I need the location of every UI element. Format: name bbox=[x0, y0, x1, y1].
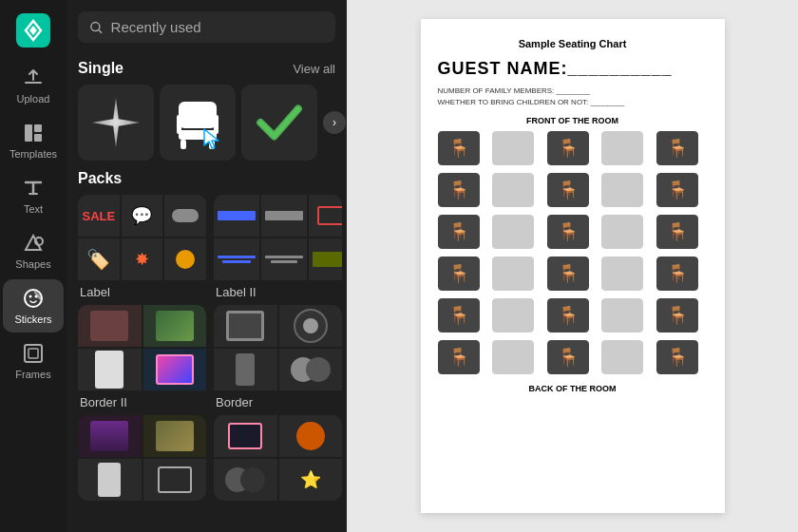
seat-1-1: 🪑 bbox=[438, 131, 480, 165]
seat-row-2: 🪑 🪑 🪑 bbox=[438, 173, 708, 207]
pack-border[interactable]: Border bbox=[214, 305, 342, 409]
pack-label-grid: SALE 💬 🏷️ ✸ bbox=[78, 195, 206, 280]
stickers-icon bbox=[22, 287, 45, 310]
document-preview: Sample Seating Chart GUEST NAME:________… bbox=[347, 0, 798, 532]
svg-rect-3 bbox=[34, 124, 42, 132]
search-input[interactable] bbox=[111, 19, 324, 35]
seat-1-2 bbox=[492, 131, 534, 165]
border2-cell-4 bbox=[279, 349, 343, 390]
extra1-cell-1 bbox=[78, 415, 142, 457]
pack-cell-2: 💬 bbox=[122, 195, 163, 237]
pack-extra1-grid bbox=[78, 415, 206, 501]
sidebar-item-shapes[interactable]: Shapes bbox=[3, 224, 64, 277]
pack-cell2-2 bbox=[261, 195, 307, 237]
svg-rect-10 bbox=[28, 349, 38, 358]
svg-point-8 bbox=[35, 295, 38, 298]
seat-4-4 bbox=[601, 256, 643, 291]
doc-field2: WHETHER TO BRING CHILDREN OR NOT: ______… bbox=[438, 98, 708, 106]
seat-2-2 bbox=[492, 173, 534, 207]
svg-rect-1 bbox=[25, 82, 42, 84]
seat-6-2 bbox=[492, 340, 534, 374]
pack-row-1: SALE 💬 🏷️ ✸ Label bbox=[78, 195, 335, 299]
seat-3-5: 🪑 bbox=[656, 215, 698, 249]
pack-cell2-1 bbox=[214, 195, 259, 237]
seat-6-5: 🪑 bbox=[656, 340, 698, 374]
single-section-header: Single View all bbox=[78, 60, 335, 77]
pack-label-text: Label bbox=[78, 285, 206, 299]
pack-extra1[interactable] bbox=[78, 415, 206, 501]
svg-rect-16 bbox=[177, 115, 181, 134]
packs-section-title: Packs bbox=[78, 170, 122, 187]
sticker-chair[interactable] bbox=[160, 85, 236, 161]
border-cell-3 bbox=[78, 349, 142, 390]
border-cell-2 bbox=[143, 305, 207, 347]
seat-2-1: 🪑 bbox=[438, 173, 480, 207]
pack-extra2[interactable]: ⭐ bbox=[214, 415, 342, 501]
sticker-check[interactable] bbox=[241, 85, 317, 161]
seat-5-5: 🪑 bbox=[656, 298, 698, 332]
seat-grid-container: 🪑 🪑 🪑 🪑 🪑 🪑 🪑 🪑 🪑 bbox=[438, 131, 708, 378]
sidebar-item-templates-label: Templates bbox=[10, 148, 57, 160]
upload-icon bbox=[22, 66, 45, 89]
sidebar-item-text[interactable]: Text bbox=[3, 169, 64, 222]
sidebar-item-frames[interactable]: Frames bbox=[3, 334, 64, 388]
pack-cell-1: SALE bbox=[78, 195, 120, 237]
doc-front-label: FRONT OF THE ROOM bbox=[438, 116, 708, 125]
sticker-star[interactable] bbox=[78, 85, 154, 161]
sidebar-item-stickers-label: Stickers bbox=[14, 314, 51, 325]
single-sticker-row: › bbox=[78, 85, 335, 161]
stickers-panel: Single View all bbox=[66, 0, 347, 532]
pack-label2[interactable]: Label II bbox=[214, 195, 342, 299]
border2-cell-1 bbox=[214, 305, 277, 347]
seat-5-1: 🪑 bbox=[438, 298, 480, 332]
extra1-cell-3 bbox=[78, 459, 142, 501]
pack-cell-4: 🏷️ bbox=[78, 238, 120, 280]
pack-row-3: ⭐ bbox=[78, 415, 335, 501]
pack-row-2: Border II bbox=[78, 305, 335, 409]
border-cell-4 bbox=[143, 349, 207, 390]
pack-label2-grid bbox=[214, 195, 342, 280]
frames-icon bbox=[22, 342, 45, 365]
single-section-title: Single bbox=[78, 60, 124, 77]
view-all-button[interactable]: View all bbox=[293, 62, 335, 76]
doc-back-label: BACK OF THE ROOM bbox=[438, 384, 708, 393]
sidebar-item-frames-label: Frames bbox=[15, 369, 50, 380]
pack-label2-text: Label II bbox=[214, 285, 342, 299]
seat-row-6: 🪑 🪑 🪑 bbox=[438, 340, 708, 374]
sidebar-item-upload[interactable]: Upload bbox=[3, 59, 64, 112]
doc-title: Sample Seating Chart bbox=[438, 38, 708, 49]
sidebar-item-stickers[interactable]: Stickers bbox=[3, 279, 64, 332]
seat-2-4 bbox=[601, 173, 643, 207]
seat-6-3: 🪑 bbox=[547, 340, 589, 374]
pack-extra2-grid: ⭐ bbox=[214, 415, 342, 501]
sidebar-item-templates[interactable]: Templates bbox=[3, 114, 64, 167]
pack-border2[interactable]: Border II bbox=[78, 305, 206, 409]
doc-field1: NUMBER OF FAMILY MEMBERS: ________ bbox=[438, 86, 708, 95]
seat-6-4 bbox=[601, 340, 643, 374]
doc-guest-name: GUEST NAME:__________ bbox=[438, 59, 708, 79]
seat-1-3: 🪑 bbox=[547, 131, 589, 165]
svg-rect-13 bbox=[179, 130, 217, 140]
seat-row-4: 🪑 🪑 🪑 bbox=[438, 256, 708, 291]
next-arrow-button[interactable]: › bbox=[323, 111, 346, 134]
text-icon bbox=[22, 177, 45, 200]
svg-rect-17 bbox=[214, 115, 218, 134]
app-logo bbox=[12, 10, 54, 51]
svg-rect-9 bbox=[25, 345, 42, 362]
seat-2-5: 🪑 bbox=[656, 173, 698, 207]
seat-3-2 bbox=[492, 215, 534, 249]
chair-sticker-svg bbox=[169, 94, 226, 151]
templates-icon bbox=[22, 122, 45, 144]
extra2-cell-1 bbox=[214, 415, 277, 457]
sidebar: Upload Templates Text Shapes Sti bbox=[0, 0, 66, 532]
svg-rect-14 bbox=[180, 140, 186, 149]
border-cell-1 bbox=[78, 305, 142, 347]
svg-point-7 bbox=[29, 295, 32, 298]
search-icon bbox=[89, 20, 104, 35]
seat-row-5: 🪑 🪑 🪑 bbox=[438, 298, 708, 332]
pack-label[interactable]: SALE 💬 🏷️ ✸ Label bbox=[78, 195, 206, 299]
pack-cell2-3 bbox=[309, 195, 342, 237]
star-sticker-svg bbox=[89, 96, 142, 149]
sidebar-item-shapes-label: Shapes bbox=[15, 258, 50, 270]
seat-row-1: 🪑 🪑 🪑 bbox=[438, 131, 708, 165]
